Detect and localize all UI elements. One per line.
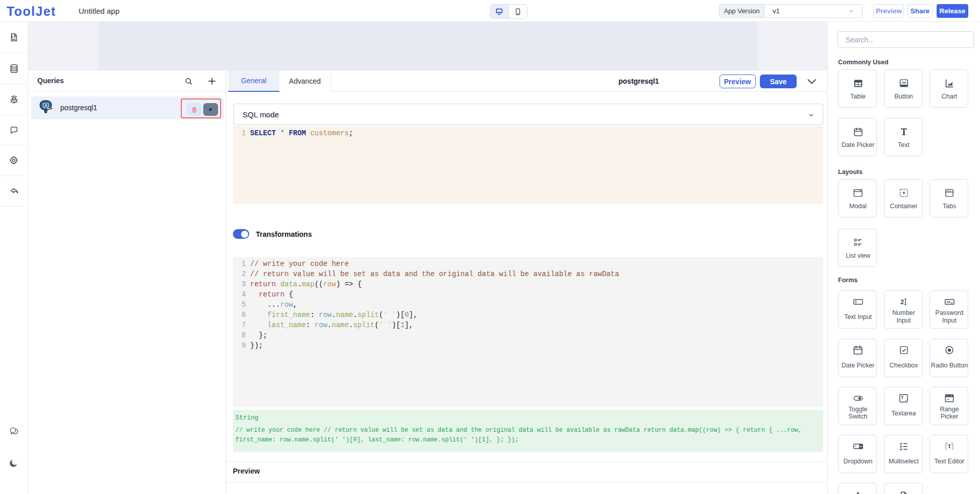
svg-text:**: ** [946, 300, 950, 305]
svg-text:T: T [901, 394, 904, 400]
svg-text:2: 2 [900, 299, 904, 306]
svg-text:OK: OK [901, 81, 906, 84]
svg-text:T: T [947, 443, 951, 449]
